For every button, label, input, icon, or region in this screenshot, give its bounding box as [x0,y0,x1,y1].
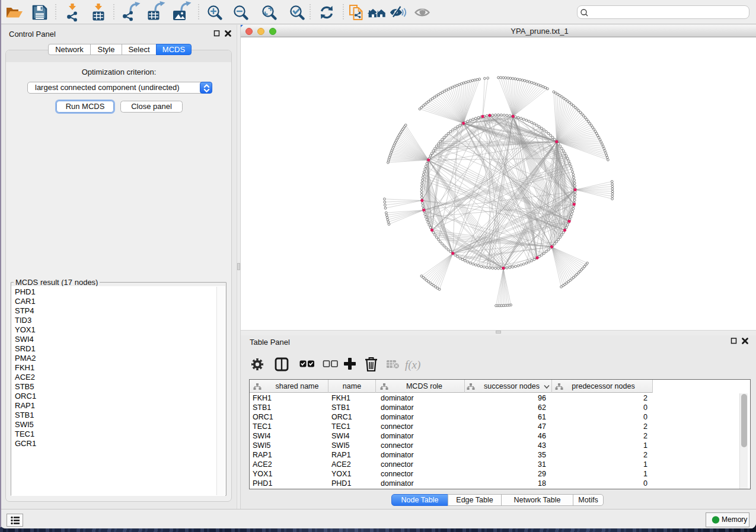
svg-text:f(x): f(x) [405,358,420,371]
